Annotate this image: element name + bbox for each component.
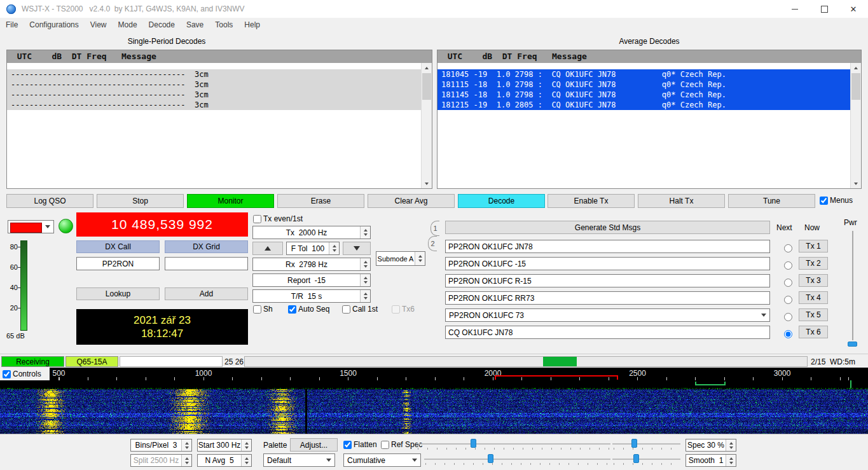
pwr-slider-handle[interactable] xyxy=(848,342,857,347)
spin-up-icon[interactable] xyxy=(245,457,249,460)
spin-up-icon[interactable] xyxy=(729,457,733,460)
controls-checkbox-input[interactable] xyxy=(3,370,11,378)
slider-handle[interactable] xyxy=(471,439,476,448)
tab-1[interactable]: 1 xyxy=(431,221,439,236)
monitor-button[interactable]: Monitor xyxy=(187,194,274,208)
flatten-checkbox-input[interactable] xyxy=(343,441,352,449)
spinner-arrows[interactable] xyxy=(726,439,736,451)
tx2-now-button[interactable]: Tx 2 xyxy=(799,257,828,270)
tx1-message-input[interactable] xyxy=(445,240,770,253)
tx1-next-radio[interactable] xyxy=(784,244,792,252)
spin-down-icon[interactable] xyxy=(364,281,368,284)
spin-up-icon[interactable] xyxy=(364,277,368,279)
spinner-arrows[interactable] xyxy=(726,455,736,466)
slider-handle[interactable] xyxy=(488,454,493,463)
spin-up-icon[interactable] xyxy=(729,442,733,445)
tx3-now-button[interactable]: Tx 3 xyxy=(799,274,828,287)
decode-row[interactable]: -------------------------------------- 3… xyxy=(7,69,422,79)
menu-item-decode[interactable]: Decode xyxy=(143,18,181,32)
tx3-message-input[interactable] xyxy=(445,274,770,287)
spinner-arrows[interactable] xyxy=(360,258,370,270)
tx-freq-spinner[interactable]: Tx 2000 Hz xyxy=(252,226,371,239)
flatten-checkbox[interactable]: Flatten xyxy=(343,440,377,449)
menu-item-tools[interactable]: Tools xyxy=(209,18,238,32)
ref-spec-checkbox-input[interactable] xyxy=(381,441,389,449)
decode-row[interactable]: -------------------------------------- 3… xyxy=(7,90,422,100)
spin-down-icon[interactable] xyxy=(185,446,189,449)
scrollbar[interactable] xyxy=(850,63,861,188)
spin-up-icon[interactable] xyxy=(364,261,368,263)
sh-checkbox[interactable]: Sh xyxy=(253,305,273,314)
decode-row[interactable]: -------------------------------------- 3… xyxy=(7,100,422,110)
menu-item-view[interactable]: View xyxy=(85,18,113,32)
tr-period-spinner[interactable]: T/R 15 s xyxy=(252,289,371,303)
generate-std-msgs-button[interactable]: Generate Std Msgs xyxy=(445,221,770,234)
spinner-arrows[interactable] xyxy=(360,226,370,238)
tx-even-checkbox-input[interactable] xyxy=(253,215,261,223)
decode-row[interactable]: 181215 -19 1.0 2805 : CQ OK1UFC JN78 q0*… xyxy=(437,100,851,110)
report-spinner[interactable]: Report -15 xyxy=(252,273,371,287)
clear-avg-button[interactable]: Clear Avg xyxy=(368,194,455,208)
spin-down-icon[interactable] xyxy=(729,462,733,464)
spinner-arrows[interactable] xyxy=(415,252,425,265)
tx6-next-radio[interactable] xyxy=(784,330,792,338)
spin-down-icon[interactable] xyxy=(333,249,336,252)
spinner-arrows[interactable] xyxy=(329,242,339,254)
scroll-up-icon[interactable] xyxy=(422,63,432,73)
menu-item-configurations[interactable]: Configurations xyxy=(24,18,84,32)
spin-up-icon[interactable] xyxy=(245,442,249,445)
spin-down-icon[interactable] xyxy=(245,462,249,464)
menu-item-mode[interactable]: Mode xyxy=(113,18,143,32)
tab-2[interactable]: 2 xyxy=(428,236,437,251)
slider-handle[interactable] xyxy=(633,454,639,463)
single-period-list[interactable]: -------------------------------------- 3… xyxy=(7,63,422,188)
tx4-message-input[interactable] xyxy=(445,291,770,305)
tx3-next-radio[interactable] xyxy=(784,279,792,287)
spin-down-icon[interactable] xyxy=(245,446,249,449)
stop-button[interactable]: Stop xyxy=(97,194,184,208)
dx-call-input[interactable] xyxy=(76,257,160,270)
spin-up-icon[interactable] xyxy=(364,293,368,295)
adjust-button[interactable]: Adjust... xyxy=(290,438,338,452)
dx-grid-button[interactable]: DX Grid xyxy=(165,240,248,253)
decode-row[interactable]: 181045 -19 1.0 2798 : CQ OK1UFC JN78 q0*… xyxy=(437,69,851,79)
tx6-message-input[interactable] xyxy=(445,326,770,339)
call-1st-checkbox[interactable]: Call 1st xyxy=(342,305,378,314)
lookup-button[interactable]: Lookup xyxy=(76,287,160,300)
scrollbar[interactable] xyxy=(421,63,432,188)
spinner-arrows[interactable] xyxy=(360,290,370,302)
spin-down-icon[interactable] xyxy=(364,297,368,300)
decode-row[interactable]: -------------------------------------- 3… xyxy=(7,79,422,90)
menus-checkbox[interactable]: Menus xyxy=(820,196,853,205)
spin-up-icon[interactable] xyxy=(185,442,189,445)
spinner-arrows[interactable] xyxy=(181,439,191,451)
tx4-next-radio[interactable] xyxy=(784,296,792,304)
auto-seq-checkbox[interactable]: Auto Seq xyxy=(288,305,329,314)
waterfall-zero-slider[interactable] xyxy=(612,439,680,450)
spin-up-icon[interactable] xyxy=(418,255,422,258)
tx-even-checkbox[interactable]: Tx even/1st xyxy=(253,214,303,223)
scroll-down-icon[interactable] xyxy=(422,179,432,188)
spec-spinner[interactable]: Spec 30 % xyxy=(685,439,736,452)
ftol-spinner[interactable]: F Tol 100 xyxy=(286,242,340,255)
menus-checkbox-input[interactable] xyxy=(820,197,828,205)
rx-freq-spinner[interactable]: Rx 2798 Hz xyxy=(252,258,371,271)
tx1-now-button[interactable]: Tx 1 xyxy=(799,240,828,252)
smooth-spinner[interactable]: Smooth 1 xyxy=(685,454,736,467)
spin-down-icon[interactable] xyxy=(364,233,368,236)
spin-down-icon[interactable] xyxy=(729,446,733,449)
spinner-arrows[interactable] xyxy=(241,439,251,451)
tx4-now-button[interactable]: Tx 4 xyxy=(799,291,828,304)
spinner-arrows[interactable] xyxy=(360,274,370,286)
controls-checkbox[interactable]: Controls xyxy=(3,370,41,378)
close-button[interactable]: ✕ xyxy=(839,0,868,18)
scroll-thumb[interactable] xyxy=(422,73,431,100)
spec-zero-slider[interactable] xyxy=(612,454,680,465)
average-decodes-list[interactable]: 181045 -19 1.0 2798 : CQ OK1UFC JN78 q0*… xyxy=(437,63,851,188)
tx2-next-radio[interactable] xyxy=(784,261,792,270)
menu-item-file[interactable]: File xyxy=(0,18,24,32)
band-select[interactable] xyxy=(8,220,54,233)
display-mode-select[interactable]: Cumulative xyxy=(343,453,421,467)
submode-spinner[interactable]: Submode A xyxy=(376,251,425,266)
spin-down-icon[interactable] xyxy=(418,259,422,262)
